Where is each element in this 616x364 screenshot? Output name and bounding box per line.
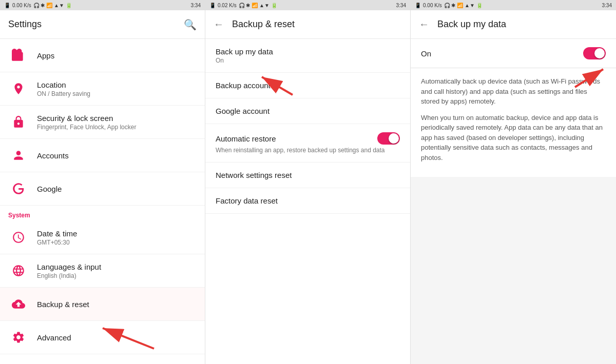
phone-icon: 📱 (4, 3, 10, 8)
network-reset-title: Network settings reset (216, 171, 400, 179)
sidebar-item-location[interactable]: Location ON / Battery saving (0, 72, 205, 106)
settings-title: Settings (8, 19, 184, 30)
description-1: Automatically back up device data (such … (421, 76, 606, 107)
languages-subtitle: English (India) (37, 272, 197, 279)
factory-reset-title: Factory data reset (216, 196, 400, 205)
advanced-text: Advanced (37, 333, 197, 342)
datetime-icon (8, 227, 29, 248)
detail-content: On Automatically back up device data (su… (411, 39, 616, 177)
location-title: Location (37, 80, 197, 89)
apps-icon (8, 45, 29, 66)
detail-title-bar: Back up my data (437, 19, 608, 30)
sidebar-item-advanced[interactable]: Advanced (0, 321, 205, 354)
back-button-3[interactable]: ← (419, 18, 429, 30)
status-left-3: 📱 0.00 K/s 🎧 ✱ 📶 ▲▼ 🔋 (415, 3, 483, 8)
accounts-text: Accounts (37, 151, 197, 160)
signal-icons-3: 🎧 ✱ 📶 ▲▼ 🔋 (444, 3, 483, 8)
description-2: When you turn on automatic backup, devic… (421, 113, 606, 163)
languages-icon (8, 260, 29, 281)
backup-icon (8, 294, 29, 314)
backup-data-title: Back up my data (216, 47, 400, 56)
status-bar-2: 📱 0.02 K/s 🎧 ✱ 📶 ▲▼ 🔋 3:34 (205, 0, 410, 10)
status-bar-1: 📱 0.00 K/s 🎧 ✱ 📶 ▲▼ 🔋 3:34 (0, 0, 205, 10)
sidebar-item-accounts[interactable]: Accounts (0, 139, 205, 172)
auto-restore-toggle[interactable] (377, 132, 400, 145)
menu-item-network-reset[interactable]: Network settings reset (205, 163, 410, 188)
settings-panel: 📱 0.00 K/s 🎧 ✱ 📶 ▲▼ 🔋 3:34 Settings 🔍 Ap… (0, 0, 205, 364)
on-row: On (411, 39, 616, 68)
time-2: 3:34 (396, 3, 406, 8)
back-button-2[interactable]: ← (214, 18, 224, 30)
google-text: Google (37, 185, 197, 193)
sidebar-item-google[interactable]: Google (0, 172, 205, 206)
security-text: Security & lock screen Fingerprint, Face… (37, 114, 197, 131)
datetime-title: Date & time (37, 229, 197, 238)
status-left-2: 📱 0.02 K/s 🎧 ✱ 📶 ▲▼ 🔋 (209, 3, 277, 8)
status-right-2: 3:34 (396, 3, 406, 8)
security-subtitle: Fingerprint, Face Unlock, App locker (37, 124, 197, 131)
advanced-title: Advanced (37, 333, 197, 342)
settings-top-bar: Settings 🔍 (0, 10, 205, 39)
status-bar-3: 📱 0.00 K/s 🎧 ✱ 📶 ▲▼ 🔋 3:34 (411, 0, 616, 10)
menu-item-factory-reset[interactable]: Factory data reset (205, 188, 410, 214)
backup-top-bar: ← Backup & reset (205, 10, 410, 39)
menu-item-auto-restore[interactable]: Automatic restore When reinstalling an a… (205, 124, 410, 163)
signal-icons-2: 🎧 ✱ 📶 ▲▼ 🔋 (239, 3, 277, 8)
accounts-icon (8, 145, 29, 166)
location-icon (8, 78, 29, 99)
sidebar-item-backup[interactable]: Backup & reset (0, 288, 205, 321)
phone-icon-2: 📱 (209, 3, 216, 8)
location-text: Location ON / Battery saving (37, 80, 197, 97)
network-speed-3: 0.00 K/s (423, 3, 442, 8)
system-section-label: System (0, 206, 205, 221)
security-title: Security & lock screen (37, 114, 197, 123)
location-subtitle: ON / Battery saving (37, 90, 197, 97)
menu-item-backup-account[interactable]: Backup account (205, 73, 410, 98)
google-account-title: Google account (216, 107, 400, 115)
status-right-3: 3:34 (602, 3, 612, 8)
backup-toggle[interactable] (583, 47, 606, 59)
backup-title: Backup & reset (37, 300, 197, 309)
apps-text: Apps (37, 51, 197, 60)
signal-icons-1: 🎧 ✱ 📶 ▲▼ 🔋 (33, 3, 72, 8)
detail-top-bar: ← Back up my data (411, 10, 616, 39)
sidebar-item-datetime[interactable]: Date & time GMT+05:30 (0, 221, 205, 254)
backup-list: Back up my data On Backup account Google… (205, 39, 410, 364)
backup-text: Backup & reset (37, 300, 197, 309)
backup-data-subtitle: On (216, 57, 400, 64)
on-label: On (421, 49, 431, 58)
google-icon (8, 178, 29, 199)
network-speed-2: 0.02 K/s (218, 3, 237, 8)
menu-item-google-account[interactable]: Google account (205, 98, 410, 124)
accounts-title: Accounts (37, 151, 197, 160)
security-icon (8, 112, 29, 132)
auto-restore-title: Automatic restore (216, 134, 276, 143)
network-speed-1: 0.00 K/s (12, 3, 31, 8)
advanced-icon (8, 327, 29, 348)
languages-title: Languages & input (37, 262, 197, 271)
backup-account-title: Backup account (216, 81, 400, 90)
sidebar-item-security[interactable]: Security & lock screen Fingerprint, Face… (0, 106, 205, 139)
sidebar-item-apps[interactable]: Apps (0, 39, 205, 72)
languages-text: Languages & input English (India) (37, 262, 197, 279)
datetime-text: Date & time GMT+05:30 (37, 229, 197, 246)
backup-panel: 📱 0.02 K/s 🎧 ✱ 📶 ▲▼ 🔋 3:34 ← Backup & re… (205, 0, 411, 364)
status-right-1: 3:34 (191, 3, 201, 8)
description-box: Automatically back up device data (such … (411, 68, 616, 177)
backup-title-bar: Backup & reset (232, 19, 402, 30)
status-left-1: 📱 0.00 K/s 🎧 ✱ 📶 ▲▼ 🔋 (4, 3, 72, 8)
time-1: 3:34 (191, 3, 201, 8)
menu-item-backup-data[interactable]: Back up my data On (205, 39, 410, 73)
time-3: 3:34 (602, 3, 612, 8)
backup-detail-panel: 📱 0.00 K/s 🎧 ✱ 📶 ▲▼ 🔋 3:34 ← Back up my … (411, 0, 616, 364)
apps-title: Apps (37, 51, 197, 60)
sidebar-item-languages[interactable]: Languages & input English (India) (0, 254, 205, 288)
settings-list: Apps Location ON / Battery saving (0, 39, 205, 364)
phone-icon-3: 📱 (415, 3, 421, 8)
google-title: Google (37, 185, 197, 193)
datetime-subtitle: GMT+05:30 (37, 239, 197, 246)
auto-restore-subtitle: When reinstalling an app, restore backed… (216, 147, 400, 154)
search-icon[interactable]: 🔍 (184, 18, 197, 31)
